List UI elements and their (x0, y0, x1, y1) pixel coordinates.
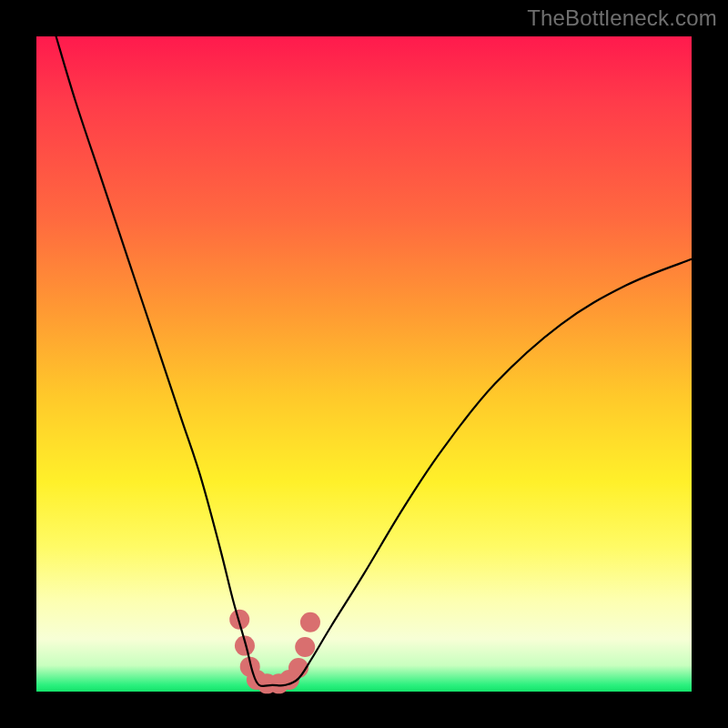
chart-frame: TheBottleneck.com (0, 0, 728, 728)
curve-layer (36, 36, 692, 692)
valley-dot (300, 612, 320, 632)
valley-dots (229, 610, 320, 694)
watermark-text: TheBottleneck.com (527, 5, 717, 31)
plot-area (36, 36, 692, 692)
bottleneck-curve-path (56, 36, 692, 686)
valley-dot (295, 637, 315, 657)
